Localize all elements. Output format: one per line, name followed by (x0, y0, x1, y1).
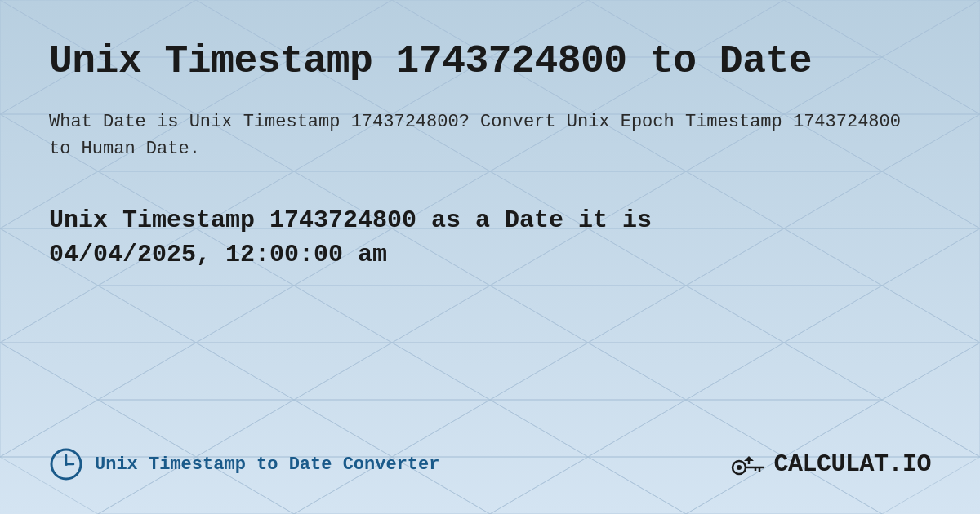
svg-marker-99 (744, 456, 754, 461)
result-line2: 04/04/2025, 12:00:00 am (49, 241, 387, 268)
footer-link[interactable]: Unix Timestamp to Date Converter (95, 454, 439, 475)
page-title: Unix Timestamp 1743724800 to Date (49, 39, 931, 84)
logo-area: CALCULAT.IO (731, 450, 931, 479)
svg-point-95 (737, 465, 742, 470)
result-section: Unix Timestamp 1743724800 as a Date it i… (49, 203, 931, 272)
main-section: Unix Timestamp 1743724800 to Date What D… (49, 39, 931, 272)
footer-left: Unix Timestamp to Date Converter (49, 447, 439, 481)
description-text: What Date is Unix Timestamp 1743724800? … (49, 109, 931, 162)
calculat-icon (731, 450, 767, 479)
main-content: Unix Timestamp 1743724800 to Date What D… (0, 0, 980, 514)
clock-icon (49, 447, 83, 481)
logo-text: CALCULAT.IO (773, 450, 931, 478)
svg-point-93 (65, 463, 68, 466)
result-text: Unix Timestamp 1743724800 as a Date it i… (49, 203, 931, 272)
result-line1: Unix Timestamp 1743724800 as a Date it i… (49, 206, 652, 234)
footer: Unix Timestamp to Date Converter CALCULA… (49, 439, 931, 481)
